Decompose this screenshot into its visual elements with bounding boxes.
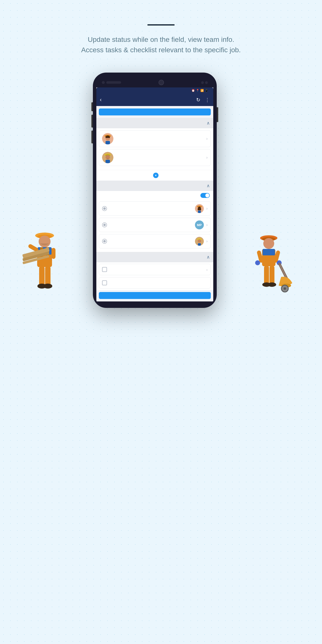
team-member-jake[interactable]: › xyxy=(99,149,211,166)
submit-job-button[interactable] xyxy=(99,292,211,299)
task-2-arrow: › xyxy=(206,223,208,227)
team-member-jake-info xyxy=(116,157,203,158)
task-1-check xyxy=(102,206,107,211)
more-team-button[interactable]: ▾ xyxy=(96,170,213,180)
checklist-item-1[interactable]: › xyxy=(99,264,211,275)
task-2-check xyxy=(102,222,107,228)
alarm-icon: ⏰ xyxy=(192,89,195,92)
svg-point-36 xyxy=(263,238,274,249)
svg-rect-12 xyxy=(39,266,44,286)
svg-rect-13 xyxy=(45,266,50,286)
wifi-icon: 📶 xyxy=(200,89,204,92)
status-bar: ⏰ 📍 📶 📱 xyxy=(96,88,213,94)
svg-rect-8 xyxy=(52,248,56,259)
svg-rect-48 xyxy=(264,266,269,284)
svg-line-44 xyxy=(279,264,286,279)
svg-line-43 xyxy=(280,263,287,278)
task-item-1[interactable]: › xyxy=(99,201,211,216)
page-subtitle: Update status while on the field, view t… xyxy=(81,34,241,55)
task-2-avatar: MP xyxy=(195,220,204,229)
worker-right-illustration xyxy=(240,228,295,308)
silent-button xyxy=(92,130,93,144)
svg-point-47 xyxy=(284,287,286,290)
signal-icon: 📱 xyxy=(205,89,208,92)
team-member-lizabeth[interactable]: › xyxy=(99,130,211,147)
svg-rect-38 xyxy=(262,249,275,255)
back-button[interactable]: ‹ xyxy=(100,96,102,103)
show-all-tasks-toggle[interactable] xyxy=(200,193,210,198)
task-3-avatar xyxy=(195,237,204,246)
show-all-tasks-row xyxy=(96,191,213,200)
status-icons: ⏰ 📍 📶 📱 xyxy=(192,89,209,92)
checklist-list: › xyxy=(96,262,213,290)
worker-left-illustration xyxy=(20,224,69,308)
refresh-icon[interactable]: ↻ xyxy=(196,97,200,103)
svg-point-42 xyxy=(255,260,260,265)
svg-point-15 xyxy=(43,284,52,288)
task-3-arrow: › xyxy=(206,239,208,244)
svg-point-2 xyxy=(39,236,50,248)
task-3-check xyxy=(102,239,107,244)
volume-up-button xyxy=(92,102,93,111)
task-item-2[interactable]: MP › xyxy=(99,218,211,232)
app-topbar: ‹ ↻ ⋮ xyxy=(96,94,213,106)
power-button xyxy=(217,107,218,122)
checklist-2-check xyxy=(102,280,107,285)
more-options-icon[interactable]: ⋮ xyxy=(205,97,210,103)
avatar-jake xyxy=(102,152,114,163)
team-member-lizabeth-arrow: › xyxy=(206,136,208,141)
svg-rect-20 xyxy=(106,141,110,144)
task-item-3[interactable]: › xyxy=(99,234,211,248)
tasks-section-header: ∧ xyxy=(96,180,213,191)
svg-point-32 xyxy=(198,239,201,243)
checklist-collapse-icon[interactable]: ∧ xyxy=(206,254,210,260)
checklist-section-header: ∧ xyxy=(96,252,213,262)
svg-point-24 xyxy=(106,155,110,160)
phone-screen: ⏰ 📍 📶 📱 ‹ ↻ ⋮ xyxy=(96,88,213,302)
team-member-lizabeth-info xyxy=(116,138,203,139)
checklist-1-arrow: › xyxy=(206,268,208,272)
title-underline xyxy=(148,24,174,26)
avatar-lizabeth xyxy=(102,133,114,144)
svg-rect-29 xyxy=(198,210,201,213)
team-collapse-icon[interactable]: ∧ xyxy=(206,120,210,126)
location-icon: 📍 xyxy=(196,89,200,92)
task-1-arrow: › xyxy=(206,206,208,211)
svg-rect-49 xyxy=(270,266,274,284)
start-job-button[interactable] xyxy=(99,108,211,116)
team-member-jake-arrow: › xyxy=(206,155,208,160)
more-chevron-icon: ▾ xyxy=(153,173,158,178)
checklist-1-check xyxy=(102,267,107,272)
phone-frame: ⏰ 📍 📶 📱 ‹ ↻ ⋮ xyxy=(93,72,217,308)
team-section-header: ∧ xyxy=(96,118,213,128)
phone-notch xyxy=(96,78,213,87)
svg-rect-33 xyxy=(198,243,201,246)
svg-point-51 xyxy=(268,282,276,287)
checklist-item-2[interactable] xyxy=(99,277,211,288)
svg-rect-25 xyxy=(106,160,110,163)
task-1-avatar xyxy=(195,204,204,213)
tasks-collapse-icon[interactable]: ∧ xyxy=(206,183,210,188)
task-list: › MP › xyxy=(96,200,213,252)
volume-down-button xyxy=(92,115,93,128)
team-list: › xyxy=(96,128,213,170)
